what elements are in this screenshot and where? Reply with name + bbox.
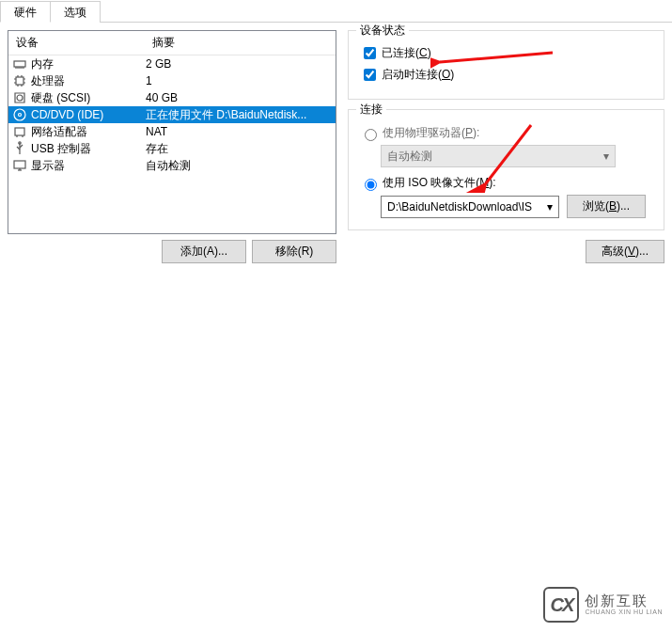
connected-checkbox[interactable] <box>364 47 376 59</box>
device-summary: 2 GB <box>146 57 332 71</box>
svg-rect-6 <box>16 77 23 85</box>
table-row[interactable]: USB 控制器 存在 <box>8 140 336 157</box>
connect-at-poweron-label: 启动时连接(O) <box>382 67 454 83</box>
table-row[interactable]: 网络适配器 NAT <box>8 123 336 140</box>
physical-drive-combo: 自动检测 ▾ <box>381 145 616 167</box>
use-iso-radio-row[interactable]: 使用 ISO 映像文件(M): <box>360 175 652 191</box>
browse-button[interactable]: 浏览(B)... <box>567 195 646 218</box>
svg-point-15 <box>17 95 23 101</box>
device-name: 内存 <box>31 56 146 72</box>
use-physical-label: 使用物理驱动器(P): <box>383 125 479 141</box>
svg-rect-23 <box>14 161 25 168</box>
device-name: 处理器 <box>31 73 146 89</box>
disk-icon <box>12 90 27 105</box>
chevron-down-icon: ▾ <box>603 150 609 163</box>
connection-title: 连接 <box>356 102 386 118</box>
device-summary: 存在 <box>146 141 332 157</box>
svg-rect-18 <box>15 128 24 135</box>
list-buttons: 添加(A)... 移除(R) <box>8 240 336 263</box>
svg-rect-0 <box>14 61 25 67</box>
tab-bar: 硬件 选项 <box>0 0 672 23</box>
device-name: 显示器 <box>31 158 146 174</box>
logo-icon: CX <box>543 587 579 623</box>
usb-icon <box>12 141 27 156</box>
device-status-title: 设备状态 <box>356 23 409 39</box>
right-panel: 设备状态 已连接(C) 启动时连接(O) 连接 使用物理驱动器(P): 自动检测… <box>344 30 664 263</box>
advanced-row: 高级(V)... <box>348 240 664 263</box>
device-summary: NAT <box>146 125 332 138</box>
connection-group: 连接 使用物理驱动器(P): 自动检测 ▾ 使用 ISO 映像文件(M): D:… <box>348 109 664 230</box>
connected-checkbox-row[interactable]: 已连接(C) <box>360 44 652 62</box>
table-row[interactable]: 处理器 1 <box>8 72 336 89</box>
col-device[interactable]: 设备 <box>8 31 145 55</box>
list-header: 设备 摘要 <box>8 31 336 55</box>
use-iso-radio[interactable] <box>365 179 377 191</box>
remove-button[interactable]: 移除(R) <box>252 240 336 263</box>
tab-options[interactable]: 选项 <box>50 1 101 23</box>
device-list[interactable]: 设备 摘要 内存 2 GB 处理器 1 <box>8 30 336 234</box>
svg-point-16 <box>14 109 25 120</box>
dialog-content: 设备 摘要 内存 2 GB 处理器 1 <box>0 23 672 271</box>
device-summary: 正在使用文件 D:\BaiduNetdisk... <box>146 107 332 123</box>
display-icon <box>12 158 27 173</box>
table-row[interactable]: 内存 2 GB <box>8 55 336 72</box>
cdrom-icon <box>12 107 27 122</box>
cpu-icon <box>12 73 27 88</box>
device-summary: 自动检测 <box>146 158 332 174</box>
chevron-down-icon: ▾ <box>547 200 553 213</box>
iso-path-value: D:\BaiduNetdiskDownload\IS <box>387 200 532 213</box>
device-name: USB 控制器 <box>31 141 146 157</box>
watermark-logo: CX 创新互联 CHUANG XIN HU LIAN <box>543 587 663 623</box>
device-name: CD/DVD (IDE) <box>31 108 146 121</box>
advanced-button[interactable]: 高级(V)... <box>586 240 664 263</box>
use-physical-radio-row[interactable]: 使用物理驱动器(P): <box>360 125 652 141</box>
table-row[interactable]: 硬盘 (SCSI) 40 GB <box>8 89 336 106</box>
use-iso-label: 使用 ISO 映像文件(M): <box>383 175 496 191</box>
left-panel: 设备 摘要 内存 2 GB 处理器 1 <box>8 30 336 263</box>
device-summary: 40 GB <box>146 91 332 104</box>
svg-point-17 <box>19 114 22 117</box>
device-status-group: 设备状态 已连接(C) 启动时连接(O) <box>348 30 664 100</box>
iso-file-row: D:\BaiduNetdiskDownload\IS ▾ 浏览(B)... <box>381 195 652 218</box>
device-name: 网络适配器 <box>31 124 146 140</box>
iso-path-combo[interactable]: D:\BaiduNetdiskDownload\IS ▾ <box>381 196 559 218</box>
connected-label: 已连接(C) <box>382 45 431 61</box>
network-icon <box>12 124 27 139</box>
connect-at-poweron-checkbox[interactable] <box>364 69 376 81</box>
add-button[interactable]: 添加(A)... <box>162 240 246 263</box>
col-summary[interactable]: 摘要 <box>145 31 336 55</box>
table-row[interactable]: CD/DVD (IDE) 正在使用文件 D:\BaiduNetdisk... <box>8 106 336 123</box>
table-row[interactable]: 显示器 自动检测 <box>8 157 336 174</box>
physical-drive-value: 自动检测 <box>387 149 432 165</box>
use-physical-radio[interactable] <box>365 129 377 141</box>
device-name: 硬盘 (SCSI) <box>31 90 146 106</box>
memory-icon <box>12 56 27 71</box>
device-summary: 1 <box>146 74 332 87</box>
connect-at-poweron-row[interactable]: 启动时连接(O) <box>360 66 652 84</box>
tab-hardware[interactable]: 硬件 <box>0 1 51 23</box>
logo-text: 创新互联 CHUANG XIN HU LIAN <box>585 593 663 616</box>
